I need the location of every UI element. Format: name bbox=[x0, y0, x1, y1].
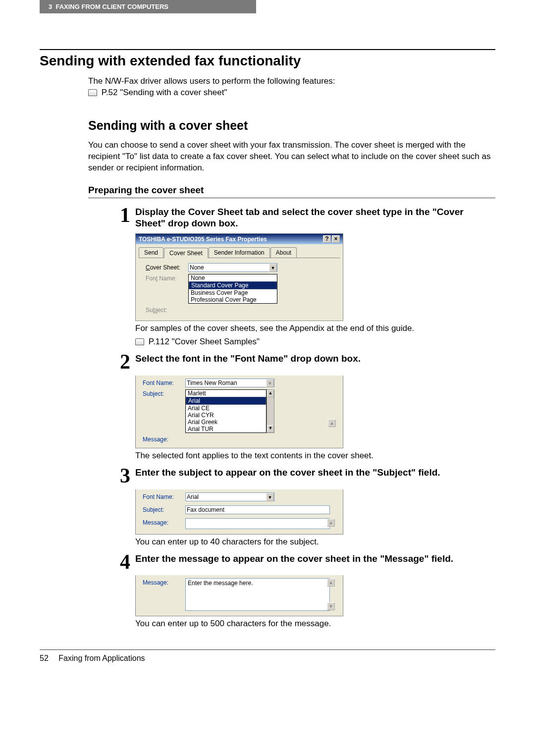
dialog-titlebar: TOSHIBA e-STUDIO205 Series Fax Propertie… bbox=[136, 234, 343, 244]
option-arial-tur[interactable]: Arial TUR bbox=[186, 426, 266, 432]
combo-font-name-input[interactable] bbox=[185, 492, 274, 501]
title-rule bbox=[40, 49, 495, 50]
chapter-header: 3 FAXING FROM CLIENT COMPUTERS bbox=[40, 0, 256, 13]
dialog-cover-sheet-properties: TOSHIBA e-STUDIO205 Series Fax Propertie… bbox=[135, 233, 343, 321]
step-1-text: Display the Cover Sheet tab and select t… bbox=[135, 206, 495, 230]
step-2: 2 Select the font in the "Font Name" dro… bbox=[40, 353, 495, 372]
step-4-text: Enter the message to appear on the cover… bbox=[135, 553, 495, 565]
option-marlett[interactable]: Marlett bbox=[186, 390, 266, 397]
combo-font-name-input[interactable] bbox=[185, 378, 274, 387]
step-3-text: Enter the subject to appear on the cover… bbox=[135, 467, 495, 479]
chevron-down-icon[interactable]: ▼ bbox=[266, 493, 274, 501]
page-footer: 52 Faxing from Applications bbox=[40, 649, 495, 663]
subsection-rule bbox=[88, 198, 495, 198]
dialog-subject-fragment: Font Name: ▼ Subject: Message: ▲ bbox=[135, 489, 343, 535]
step-4-number: 4 bbox=[108, 553, 130, 572]
figure-3: Font Name: ▼ Subject: Message: ▲ bbox=[135, 489, 495, 535]
tab-cover-sheet[interactable]: Cover Sheet bbox=[164, 248, 208, 258]
note-1b: P.112 "Cover Sheet Samples" bbox=[149, 337, 260, 346]
step-1: 1 Display the Cover Sheet tab and select… bbox=[40, 206, 495, 230]
label-message: Message: bbox=[143, 518, 185, 526]
textarea-message[interactable]: Enter the message here. bbox=[185, 578, 330, 611]
step-3: 3 Enter the subject to appear on the cov… bbox=[40, 467, 495, 486]
tab-sender-information[interactable]: Sender Information bbox=[209, 247, 270, 258]
font-dropdown-list[interactable]: Marlett Arial Arial CE Arial CYR Arial G… bbox=[185, 389, 267, 433]
scroll-up-icon[interactable]: ▲ bbox=[327, 579, 335, 587]
scroll-up-icon[interactable]: ▲ bbox=[327, 519, 335, 527]
label-font-name: Font Name: bbox=[143, 378, 185, 386]
step-2-number: 2 bbox=[108, 353, 130, 372]
dialog-font-fragment: Font Name: ▼ Subject: Marlett Arial Aria… bbox=[135, 376, 343, 448]
combo-font-name[interactable]: ▼ bbox=[185, 378, 274, 387]
combo-cover-sheet-input[interactable] bbox=[188, 263, 277, 272]
label-font-name: Font Name: bbox=[146, 274, 188, 282]
chevron-down-icon[interactable]: ▼ bbox=[269, 264, 277, 272]
tab-about[interactable]: About bbox=[270, 247, 297, 258]
label-subject: Subject: bbox=[143, 389, 185, 397]
step-3-number: 3 bbox=[108, 467, 130, 486]
subsection-title-h3: Preparing the cover sheet bbox=[88, 185, 495, 196]
tab-send[interactable]: Send bbox=[139, 247, 163, 258]
option-arial-cyr[interactable]: Arial CYR bbox=[186, 412, 266, 419]
step-1-number: 1 bbox=[108, 206, 130, 225]
option-professional-cover-page[interactable]: Professional Cover Page bbox=[189, 296, 277, 303]
combo-font-name[interactable]: ▼ bbox=[185, 492, 274, 501]
book-icon bbox=[88, 89, 97, 96]
dialog-title-text: TOSHIBA e-STUDIO205 Series Fax Propertie… bbox=[139, 236, 267, 243]
note-3: You can enter up to 40 characters for th… bbox=[135, 537, 495, 548]
figure-2: Font Name: ▼ Subject: Marlett Arial Aria… bbox=[135, 376, 495, 448]
section-paragraph: You can choose to send a cover sheet wit… bbox=[88, 140, 495, 174]
option-arial-greek[interactable]: Arial Greek bbox=[186, 419, 266, 426]
label-cover-sheet: Cover Sheet: bbox=[146, 263, 188, 271]
step-4: 4 Enter the message to appear on the cov… bbox=[40, 553, 495, 572]
figure-1: TOSHIBA e-STUDIO205 Series Fax Propertie… bbox=[135, 233, 495, 321]
option-standard-cover-page[interactable]: Standard Cover Page bbox=[189, 281, 277, 289]
page-number: 52 bbox=[40, 654, 49, 663]
intro-crossref: P.52 "Sending with a cover sheet" bbox=[102, 88, 227, 97]
figure-4: Message: Enter the message here. ▲ ▼ bbox=[135, 575, 495, 616]
option-arial-ce[interactable]: Arial CE bbox=[186, 405, 266, 412]
scroll-down-icon[interactable]: ▼ bbox=[327, 602, 335, 610]
chapter-num: 3 bbox=[49, 3, 52, 10]
chapter-title: FAXING FROM CLIENT COMPUTERS bbox=[55, 3, 168, 10]
label-message: Message: bbox=[143, 578, 185, 586]
close-icon[interactable]: × bbox=[332, 235, 340, 243]
dropdown-scrollbar[interactable]: ▲ ▼ bbox=[267, 389, 274, 433]
tab-row: Send Cover Sheet Sender Information Abou… bbox=[139, 247, 340, 258]
option-none[interactable]: None bbox=[189, 274, 277, 281]
cover-sheet-dropdown-list[interactable]: None Standard Cover Page Business Cover … bbox=[188, 274, 277, 304]
combo-cover-sheet[interactable]: ▼ bbox=[188, 263, 277, 272]
footer-section-title: Faxing from Applications bbox=[58, 654, 145, 662]
input-message-preview[interactable] bbox=[185, 518, 330, 529]
label-subject: Subject: bbox=[146, 306, 188, 314]
option-arial[interactable]: Arial bbox=[186, 397, 266, 405]
step-2-text: Select the font in the "Font Name" drop … bbox=[135, 353, 495, 365]
label-subject: Subject: bbox=[143, 505, 185, 513]
note-4: You can enter up to 500 characters for t… bbox=[135, 618, 495, 630]
section-title-h1: Sending with extended fax functionality bbox=[40, 53, 495, 69]
section-title-h2: Sending with a cover sheet bbox=[88, 118, 495, 133]
note-1a: For samples of the cover sheets, see the… bbox=[135, 323, 495, 334]
input-subject[interactable] bbox=[185, 505, 330, 514]
dialog-message-fragment: Message: Enter the message here. ▲ ▼ bbox=[135, 575, 343, 616]
intro-line: The N/W-Fax driver allows users to perfo… bbox=[88, 76, 495, 87]
intro-block: The N/W-Fax driver allows users to perfo… bbox=[88, 76, 495, 99]
help-icon[interactable]: ? bbox=[323, 235, 331, 243]
option-business-cover-page[interactable]: Business Cover Page bbox=[189, 289, 277, 296]
label-font-name: Font Name: bbox=[143, 492, 185, 500]
book-icon bbox=[135, 338, 144, 345]
label-message: Message: bbox=[143, 435, 185, 443]
note-2: The selected font applies to the text co… bbox=[135, 450, 495, 462]
chevron-down-icon[interactable]: ▼ bbox=[266, 379, 274, 387]
